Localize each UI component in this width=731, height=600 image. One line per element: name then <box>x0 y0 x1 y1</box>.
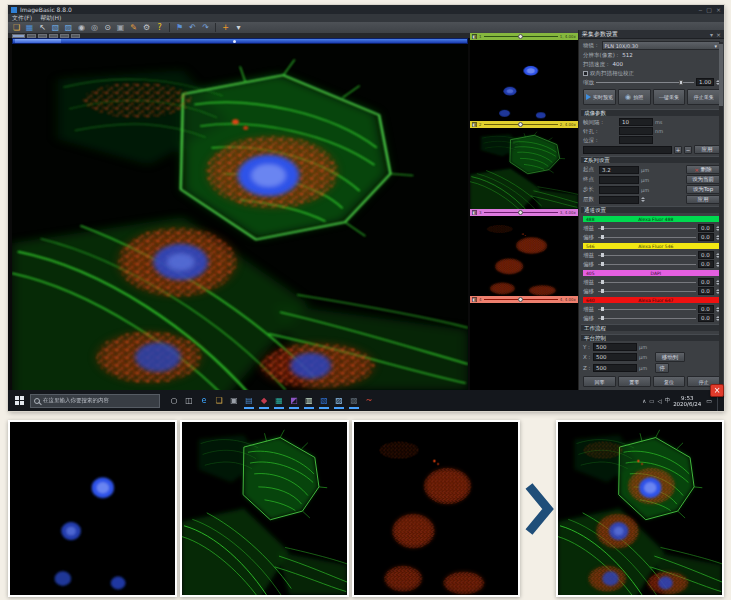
slider-knob[interactable] <box>601 226 605 230</box>
panel-collapse-icon[interactable]: ▾ <box>710 31 713 38</box>
channel-visibility-icon[interactable]: ◧ <box>472 210 477 215</box>
stop-scan-button[interactable]: 停止采集 <box>687 89 720 105</box>
view-tab[interactable] <box>12 34 25 38</box>
add-crosshair-icon[interactable]: + <box>220 23 231 33</box>
channel-4-color-bar[interactable]: 640 Alexa Fluor 647 <box>583 297 720 303</box>
help-icon[interactable]: ? <box>154 23 165 33</box>
channel-2-color-bar[interactable]: 546 Alexa Fluor 546 <box>583 243 720 249</box>
offset-input[interactable]: 0.0 <box>698 233 714 241</box>
pinned-app-icon[interactable]: ▥ <box>303 392 315 409</box>
gain-slider[interactable] <box>598 309 696 310</box>
image-app-icon[interactable]: ▨ <box>333 392 345 409</box>
slider-knob[interactable] <box>601 307 605 311</box>
open-folder-icon[interactable]: ❏ <box>11 23 22 33</box>
z-start-input[interactable]: 3.2 <box>599 166 639 174</box>
offset-input[interactable]: 0.0 <box>698 314 714 322</box>
offset-input[interactable]: 0.0 <box>698 260 714 268</box>
gain-input[interactable]: 0.0 <box>698 224 714 232</box>
slider-track[interactable] <box>484 36 558 37</box>
scrollbar-thumb[interactable] <box>15 39 61 43</box>
thumbnail-empty-channel[interactable] <box>470 303 578 390</box>
z-set-top-button[interactable]: 设为Top <box>686 185 720 194</box>
z-count-stepper[interactable] <box>641 197 645 202</box>
magnifier-icon[interactable]: ⊙ <box>102 23 113 33</box>
slider-knob[interactable] <box>518 122 523 127</box>
slider-knob[interactable] <box>601 280 605 284</box>
slider-knob[interactable] <box>601 289 605 293</box>
thumbnail-blue-channel[interactable] <box>470 40 578 121</box>
file-explorer-icon[interactable]: ❏ <box>213 392 225 409</box>
single-scan-button[interactable]: 一键采集 <box>653 89 686 105</box>
view-tab[interactable] <box>38 34 47 38</box>
panel-close-icon[interactable]: × <box>716 31 721 38</box>
main-image-viewport[interactable] <box>12 44 468 390</box>
tray-ime-icon[interactable]: 中 <box>665 397 671 404</box>
pinned-app-icon[interactable]: ◆ <box>258 392 270 409</box>
z-step-input[interactable] <box>599 186 639 194</box>
undo-icon[interactable]: ↶ <box>187 23 198 33</box>
image-icon[interactable]: ▧ <box>50 23 61 33</box>
preset-apply-button[interactable]: 应用 <box>694 145 720 154</box>
stage-stop-button[interactable]: 停 <box>655 363 669 373</box>
pinned-app-icon[interactable]: ▦ <box>273 392 285 409</box>
channel-4-slider[interactable]: ◧ 4 4, 4.00x <box>470 296 578 303</box>
offset-slider[interactable] <box>598 237 696 238</box>
channel-visibility-icon[interactable]: ◧ <box>472 34 477 39</box>
z-end-input[interactable] <box>599 176 639 184</box>
edge-browser-icon[interactable]: e <box>198 392 210 409</box>
scan-section-header[interactable]: 成像参数 <box>581 109 722 116</box>
depth-input[interactable] <box>619 136 653 144</box>
close-icon[interactable]: × <box>716 5 721 14</box>
thumbnail-red-channel[interactable] <box>470 216 578 296</box>
task-view-icon[interactable]: ◫ <box>183 392 195 409</box>
snapshot-icon[interactable]: ◉ <box>76 23 87 33</box>
exposure-input[interactable]: 10 <box>619 118 653 126</box>
gain-slider[interactable] <box>598 255 696 256</box>
slider-knob[interactable] <box>518 210 523 215</box>
channel-1-color-bar[interactable]: 488 Alexa Fluor 488 <box>583 216 720 222</box>
annotate-pen-icon[interactable]: ✎ <box>128 23 139 33</box>
channel-2-slider[interactable]: ◧ 2 2, 4.00x <box>470 121 578 128</box>
tray-display-icon[interactable]: ▭ <box>649 398 654 404</box>
preset-add-button[interactable]: + <box>674 146 682 154</box>
settings-gear-icon[interactable]: ⚙ <box>141 23 152 33</box>
slider-track[interactable] <box>484 124 558 125</box>
zoom-slider[interactable] <box>596 82 694 83</box>
gain-slider[interactable] <box>598 228 696 229</box>
chevron-down-icon[interactable]: ▾ <box>233 23 244 33</box>
gain-slider[interactable] <box>598 282 696 283</box>
flag-icon[interactable]: ⚑ <box>174 23 185 33</box>
gain-input[interactable]: 0.0 <box>698 251 714 259</box>
save-icon[interactable]: ▦ <box>24 23 35 33</box>
preset-dropdown[interactable] <box>583 146 672 154</box>
start-button[interactable] <box>10 390 28 411</box>
gain-input[interactable]: 0.0 <box>698 278 714 286</box>
image-tiles-icon[interactable]: ▨ <box>63 23 74 33</box>
tray-expand-icon[interactable]: ∧ <box>642 398 646 404</box>
view-tab[interactable] <box>60 34 69 38</box>
z-apply-button[interactable]: 应用 <box>686 195 720 204</box>
app-icon[interactable]: ~ <box>363 392 375 409</box>
gain-input[interactable]: 0.0 <box>698 305 714 313</box>
notification-center-icon[interactable]: ▭ <box>706 397 712 404</box>
pinned-app-icon[interactable]: ◩ <box>288 392 300 409</box>
taskbar-clock[interactable]: 9:53 2020/6/24 <box>673 395 701 407</box>
preset-remove-button[interactable]: − <box>684 146 692 154</box>
store-icon[interactable]: ▣ <box>228 392 240 409</box>
slider-knob[interactable] <box>601 316 605 320</box>
slider-knob[interactable] <box>518 34 523 39</box>
workflow-section-header[interactable]: 工作流程 <box>581 324 722 331</box>
layout-icon[interactable]: ▣ <box>115 23 126 33</box>
z-set-current-button[interactable]: 设为当前 <box>686 175 720 184</box>
live-preview-button[interactable]: 实时预览 <box>583 89 616 105</box>
floating-close-button[interactable]: × <box>710 384 724 397</box>
thumbnail-green-channel[interactable] <box>470 128 578 209</box>
stage-home-button[interactable]: 回零 <box>583 376 616 387</box>
slider-track[interactable] <box>484 299 558 300</box>
channel-3-color-bar[interactable]: 405 DAPI <box>583 270 720 276</box>
pointer-icon[interactable]: ↖ <box>37 23 48 33</box>
maximize-icon[interactable]: ▢ <box>706 5 712 14</box>
menu-file[interactable]: 文件(F) <box>12 14 32 22</box>
view-tab[interactable] <box>71 34 80 38</box>
offset-slider[interactable] <box>598 264 696 265</box>
